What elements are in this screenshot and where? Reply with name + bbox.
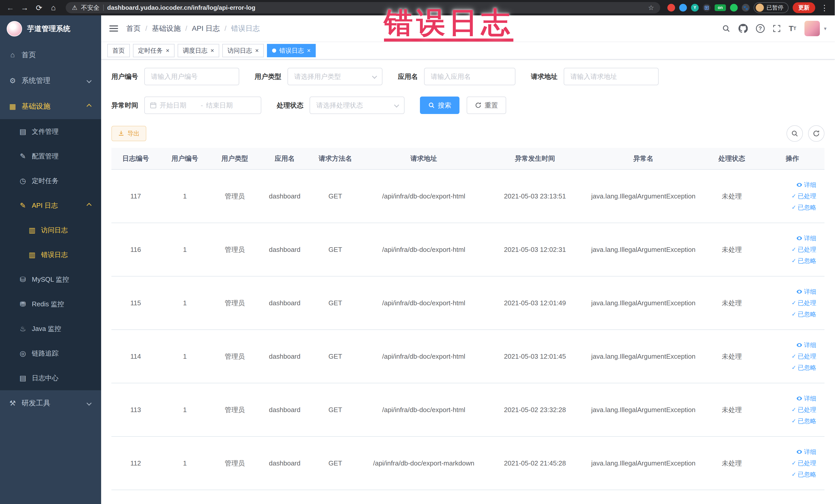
column-header: 异常发生时间 — [486, 148, 584, 169]
sidebar-item-label: API 日志 — [32, 201, 58, 210]
exception-time-range-picker[interactable]: - — [144, 97, 261, 114]
table-row: 1161管理员dashboardGET/api/infra/db-doc/exp… — [111, 223, 824, 276]
extension-drop-icon[interactable] — [679, 4, 687, 12]
ignored-link[interactable]: ✓已忽略 — [792, 364, 816, 372]
user-type-select[interactable] — [287, 68, 383, 85]
detail-link[interactable]: 详细 — [796, 287, 816, 296]
sidebar-item-system[interactable]: ⚙系统管理 — [0, 68, 101, 94]
request-url-input[interactable] — [564, 68, 659, 85]
process-status-select[interactable] — [309, 97, 405, 114]
detail-link[interactable]: 详细 — [796, 181, 816, 189]
column-header: 用户类型 — [210, 148, 260, 169]
browser-update-button[interactable]: 更新 — [793, 2, 815, 13]
back-icon[interactable]: ← — [5, 3, 15, 12]
reload-icon[interactable]: ⟳ — [34, 3, 44, 12]
ignored-link[interactable]: ✓已忽略 — [792, 310, 816, 318]
extension-green-icon[interactable] — [730, 4, 738, 12]
sidebar-item-infra[interactable]: ▦基础设施 — [0, 94, 101, 119]
doc-icon: ▥ — [28, 250, 37, 259]
extension-paw-icon[interactable]: 🐾 — [742, 4, 750, 12]
filter-label-app-name: 应用名 — [398, 72, 418, 81]
ignored-link[interactable]: ✓已忽略 — [792, 203, 816, 211]
processed-link[interactable]: ✓已处理 — [792, 245, 816, 254]
tab-error-log[interactable]: 错误日志× — [267, 44, 316, 57]
sidebar-item-home[interactable]: ⌂首页 — [0, 42, 101, 68]
table-cell: 未处理 — [703, 223, 760, 276]
tab-access-log[interactable]: 访问日志× — [222, 44, 264, 57]
forward-icon[interactable]: → — [20, 3, 30, 12]
extension-teal-icon[interactable]: Y — [691, 4, 699, 12]
sidebar-item-java[interactable]: ♨Java 监控 — [0, 316, 101, 341]
user-id-input[interactable] — [144, 68, 239, 85]
doc-icon: ▥ — [28, 226, 37, 235]
paused-extension-badge[interactable]: 已暂停 — [754, 2, 789, 13]
sidebar-item-access-log[interactable]: ▥访问日志 — [0, 218, 101, 242]
header-search-icon[interactable] — [722, 24, 730, 33]
browser-menu-icon[interactable]: ⋮ — [819, 3, 830, 12]
tab-job-log[interactable]: 调度日志× — [178, 44, 219, 57]
tab-job[interactable]: 定时任务× — [133, 44, 175, 57]
app-logo[interactable]: 芋道管理系统 — [0, 15, 101, 42]
eye-icon — [796, 182, 802, 188]
extension-grid-icon[interactable]: ⊞ — [703, 4, 711, 12]
close-icon[interactable]: × — [307, 47, 311, 54]
breadcrumb-item[interactable]: API 日志 — [192, 24, 220, 33]
sidebar-item-label: 链路追踪 — [32, 349, 59, 358]
tab-home[interactable]: 首页 — [107, 44, 130, 57]
processed-link[interactable]: ✓已处理 — [792, 459, 816, 467]
sidebar-item-log-center[interactable]: ▤日志中心 — [0, 366, 101, 390]
extension-on-badge-icon[interactable]: on — [715, 4, 726, 11]
ignored-link[interactable]: ✓已忽略 — [792, 257, 816, 265]
detail-link[interactable]: 详细 — [796, 448, 816, 456]
search-button[interactable]: 搜索 — [420, 97, 460, 114]
table-cell: 1 — [160, 276, 210, 330]
monitor-icon: ▦ — [8, 102, 17, 110]
sidebar-item-job[interactable]: ◷定时任务 — [0, 168, 101, 193]
detail-link[interactable]: 详细 — [796, 341, 816, 349]
sidebar-item-redis[interactable]: ⛃Redis 监控 — [0, 292, 101, 316]
user-avatar[interactable] — [805, 21, 820, 36]
detail-link[interactable]: 详细 — [796, 234, 816, 242]
avatar-caret-icon[interactable]: ▾ — [824, 25, 827, 32]
processed-link[interactable]: ✓已处理 — [792, 352, 816, 361]
refresh-table-button[interactable] — [808, 125, 824, 142]
start-date-input[interactable] — [160, 101, 198, 109]
processed-link[interactable]: ✓已处理 — [792, 299, 816, 307]
ignored-link[interactable]: ✓已忽略 — [792, 470, 816, 479]
toggle-search-button[interactable] — [787, 125, 803, 142]
sidebar-item-api-log[interactable]: ✎API 日志 — [0, 193, 101, 218]
sidebar-item-config[interactable]: ✎配置管理 — [0, 144, 101, 168]
sidebar-item-mysql[interactable]: ⛁MySQL 监控 — [0, 267, 101, 292]
breadcrumb-item[interactable]: 首页 — [126, 24, 141, 33]
reset-button[interactable]: 重置 — [467, 97, 506, 114]
github-icon[interactable] — [738, 24, 748, 33]
browser-home-icon[interactable]: ⌂ — [48, 3, 59, 12]
detail-link[interactable]: 详细 — [796, 395, 816, 403]
close-icon[interactable]: × — [166, 47, 169, 54]
processed-link[interactable]: ✓已处理 — [792, 192, 816, 200]
sidebar-item-error-log[interactable]: ▥错误日志 — [0, 242, 101, 267]
sidebar-item-trace[interactable]: ◎链路追踪 — [0, 341, 101, 366]
extension-red-icon[interactable] — [667, 4, 675, 12]
ignored-link[interactable]: ✓已忽略 — [792, 417, 816, 425]
breadcrumb-item[interactable]: 基础设施 — [152, 24, 181, 33]
end-date-input[interactable] — [206, 101, 244, 109]
app-name-input[interactable] — [424, 68, 515, 85]
export-button[interactable]: 导出 — [111, 126, 146, 141]
security-label[interactable]: 不安全 — [81, 4, 100, 12]
close-icon[interactable]: × — [210, 47, 214, 54]
address-bar[interactable]: ⚠ 不安全 dashboard.yudao.iocoder.cn/infra/l… — [66, 2, 660, 13]
sidebar-item-label: 系统管理 — [22, 76, 50, 85]
java-icon: ♨ — [19, 324, 27, 333]
close-icon[interactable]: × — [255, 47, 259, 54]
sidebar-item-file[interactable]: ▤文件管理 — [0, 119, 101, 144]
filter-row-2: 异常时间 - 处理状态 — [111, 97, 824, 114]
refresh-icon — [475, 102, 482, 108]
bookmark-star-icon[interactable]: ☆ — [648, 4, 654, 12]
fullscreen-icon[interactable] — [773, 25, 780, 32]
processed-link[interactable]: ✓已处理 — [792, 406, 816, 414]
sidebar-item-dev-tools[interactable]: ⚒研发工具 — [0, 390, 101, 416]
help-icon[interactable]: ? — [756, 24, 765, 33]
font-size-icon[interactable]: TT — [789, 24, 796, 33]
hamburger-icon[interactable] — [109, 25, 118, 32]
